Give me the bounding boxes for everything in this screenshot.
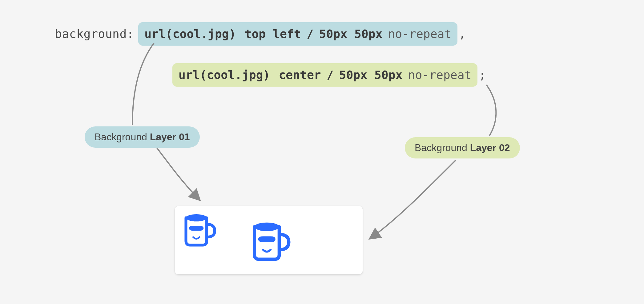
- css-declaration-line-1: background: url(cool.jpg) top left / 50p…: [55, 22, 467, 46]
- css-property: background:: [55, 27, 134, 41]
- svg-point-0: [186, 214, 207, 221]
- layer-1-label-bold: Layer 01: [150, 131, 190, 142]
- layer-2-code-box: url(cool.jpg) center / 50px 50px no-repe…: [172, 63, 477, 87]
- mug-center: [245, 216, 293, 264]
- layer-1-label-prefix: Background: [95, 131, 150, 142]
- layer-1-repeat: no-repeat: [388, 27, 451, 41]
- mug-top-left: [178, 209, 218, 249]
- layer-2-label-prefix: Background: [415, 142, 470, 153]
- layer-1-position: top left: [245, 27, 301, 41]
- layer-2-size: 50px 50px: [339, 68, 403, 82]
- layer-2-position: center: [279, 68, 321, 82]
- layer-1-label: Background Layer 01: [85, 126, 200, 148]
- layer-1-code-box: url(cool.jpg) top left / 50px 50px no-re…: [138, 22, 457, 46]
- layer-2-url: url(cool.jpg): [179, 68, 270, 82]
- layer-2-label: Background Layer 02: [405, 137, 520, 158]
- layer-1-size: 50px 50px: [319, 27, 383, 41]
- layer-2-semicolon: ;: [477, 68, 487, 82]
- layer-2-slash: /: [327, 68, 334, 82]
- layer-1-slash: /: [307, 27, 314, 41]
- css-preview-box: [175, 206, 363, 274]
- layer-2-repeat: no-repeat: [408, 68, 472, 82]
- css-declaration-line-2: url(cool.jpg) center / 50px 50px no-repe…: [172, 63, 487, 87]
- layer-2-label-bold: Layer 02: [470, 142, 510, 153]
- svg-point-1: [255, 223, 280, 231]
- layer-1-url: url(cool.jpg): [144, 27, 236, 41]
- layer-1-comma: ,: [457, 27, 467, 41]
